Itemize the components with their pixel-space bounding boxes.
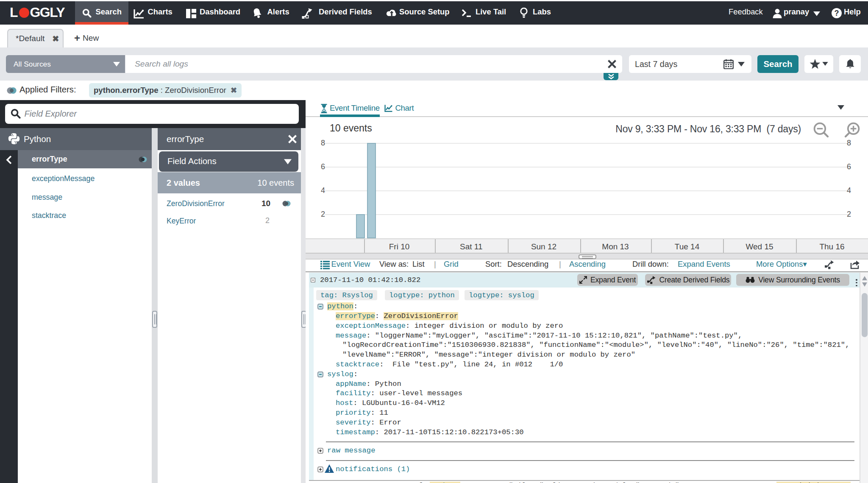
svg-text:?: ? [835, 9, 839, 17]
